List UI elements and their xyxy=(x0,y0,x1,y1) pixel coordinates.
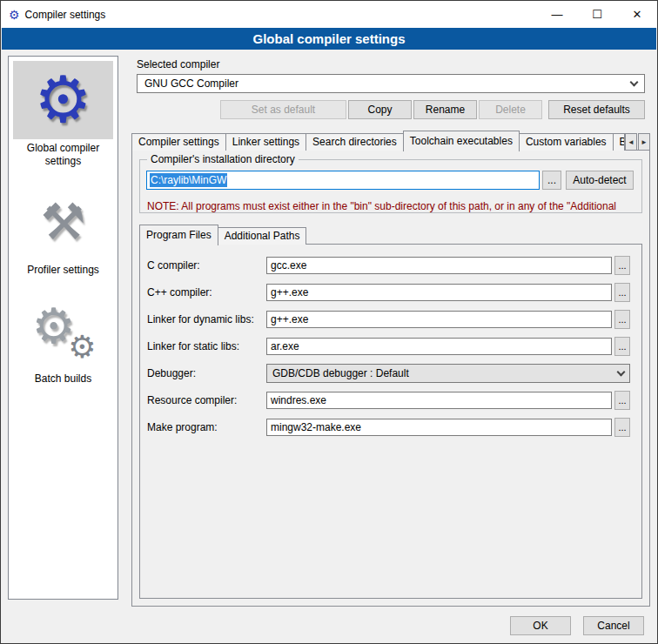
cpp-compiler-label: C++ compiler: xyxy=(147,286,266,299)
gears-icon: ⚙⚙ xyxy=(13,292,113,370)
sidebar-item-profiler-settings[interactable]: ⚒ Profiler settings xyxy=(9,183,118,287)
program-files-form: C compiler: gcc.exe ... C++ compiler: g+… xyxy=(140,245,641,437)
sidebar-item-batch-builds[interactable]: ⚙⚙ Batch builds xyxy=(9,292,118,396)
settings-category-sidebar: ⚙ Global compiler settings ⚒ Profiler se… xyxy=(8,56,118,600)
app-gear-icon: ⚙ xyxy=(9,9,20,21)
reset-defaults-button[interactable]: Reset defaults xyxy=(548,100,645,119)
tab-scroll-right-icon[interactable]: ► xyxy=(638,133,650,151)
resource-compiler-input[interactable]: windres.exe xyxy=(266,392,612,409)
tab-scrollers: ◄ ► xyxy=(624,133,650,151)
tab-search-directories[interactable]: Search directories xyxy=(306,133,404,151)
resource-compiler-browse-button[interactable]: ... xyxy=(614,391,630,410)
resource-compiler-row: Resource compiler: windres.exe ... xyxy=(147,391,630,410)
subtab-program-files[interactable]: Program Files xyxy=(139,225,218,245)
tab-build-clipped[interactable]: Build xyxy=(613,133,625,151)
gear-icon: ⚙ xyxy=(13,61,113,139)
installation-directory-input[interactable]: C:\raylib\MinGW xyxy=(146,171,540,190)
make-program-value: mingw32-make.exe xyxy=(271,421,361,433)
resource-compiler-value: windres.exe xyxy=(271,394,326,406)
ok-button[interactable]: OK xyxy=(510,616,571,635)
compiler-settings-window: { "colors": { "banner_bg": "#0a58a0", "s… xyxy=(0,0,658,644)
set-as-default-button[interactable]: Set as default xyxy=(220,100,346,119)
c-compiler-row: C compiler: gcc.exe ... xyxy=(147,256,630,275)
chevron-down-icon xyxy=(630,77,639,86)
sidebar-item-global-compiler-settings[interactable]: ⚙ Global compiler settings xyxy=(9,61,118,178)
c-compiler-value: gcc.exe xyxy=(271,259,306,272)
close-button[interactable]: ✕ xyxy=(617,1,657,28)
auto-detect-button[interactable]: Auto-detect xyxy=(566,171,634,190)
bin-subdirectory-note: NOTE: All programs must exist either in … xyxy=(147,200,640,212)
installation-directory-groupbox: Compiler's installation directory C:\ray… xyxy=(139,159,642,213)
delete-button[interactable]: Delete xyxy=(479,100,542,119)
linker-dynamic-value: g++.exe xyxy=(271,313,308,325)
tab-custom-variables[interactable]: Custom variables xyxy=(519,133,614,151)
cpp-compiler-row: C++ compiler: g++.exe ... xyxy=(147,283,630,302)
tab-compiler-settings[interactable]: Compiler settings xyxy=(131,133,226,151)
linker-dynamic-label: Linker for dynamic libs: xyxy=(147,313,266,325)
subtab-additional-paths[interactable]: Additional Paths xyxy=(218,227,307,245)
linker-dynamic-browse-button[interactable]: ... xyxy=(614,310,630,329)
cancel-button[interactable]: Cancel xyxy=(583,616,644,635)
installation-directory-value: C:\raylib\MinGW xyxy=(150,173,227,187)
titlebar[interactable]: ⚙ Compiler settings — ☐ ✕ xyxy=(1,1,657,28)
resource-compiler-label: Resource compiler: xyxy=(147,394,266,406)
copy-button[interactable]: Copy xyxy=(348,100,412,119)
cpp-compiler-value: g++.exe xyxy=(271,286,308,299)
main-tabstrip: Compiler settings Linker settings Search… xyxy=(131,130,650,151)
selected-compiler-value: GNU GCC Compiler xyxy=(144,77,631,90)
installation-directory-browse-button[interactable]: ... xyxy=(542,171,561,190)
tab-toolchain-executables[interactable]: Toolchain executables xyxy=(403,131,520,151)
selected-compiler-label: Selected compiler xyxy=(137,58,219,70)
debugger-label: Debugger: xyxy=(147,367,266,379)
c-compiler-browse-button[interactable]: ... xyxy=(614,256,630,275)
sidebar-item-label: Profiler settings xyxy=(9,263,118,287)
installation-directory-row: C:\raylib\MinGW ... Auto-detect xyxy=(146,171,635,190)
chevron-down-icon xyxy=(617,367,626,376)
make-program-label: Make program: xyxy=(147,421,266,433)
page-title: Global compiler settings xyxy=(2,28,656,50)
cpp-compiler-browse-button[interactable]: ... xyxy=(614,283,630,302)
toolchain-subtabstrip: Program Files Additional Paths xyxy=(139,225,642,245)
linker-static-row: Linker for static libs: ar.exe ... xyxy=(147,337,630,356)
installation-directory-legend: Compiler's installation directory xyxy=(147,153,299,165)
make-program-input[interactable]: mingw32-make.exe xyxy=(266,419,612,436)
rename-button[interactable]: Rename xyxy=(413,100,477,119)
window-title: Compiler settings xyxy=(25,9,106,21)
linker-dynamic-input[interactable]: g++.exe xyxy=(266,311,612,328)
make-program-browse-button[interactable]: ... xyxy=(614,418,630,437)
debugger-row: Debugger: GDB/CDB debugger : Default xyxy=(147,364,630,383)
linker-dynamic-row: Linker for dynamic libs: g++.exe ... xyxy=(147,310,630,329)
c-compiler-input[interactable]: gcc.exe xyxy=(266,257,612,274)
linker-static-input[interactable]: ar.exe xyxy=(266,338,612,355)
linker-static-label: Linker for static libs: xyxy=(147,340,266,352)
debugger-value: GDB/CDB debugger : Default xyxy=(272,367,618,379)
minimize-button[interactable]: — xyxy=(537,1,577,28)
maximize-button[interactable]: ☐ xyxy=(577,1,617,28)
profiler-tool-icon: ⚒ xyxy=(13,183,113,261)
sidebar-item-label: Batch builds xyxy=(9,372,118,396)
program-files-panel: C compiler: gcc.exe ... C++ compiler: g+… xyxy=(139,244,642,599)
linker-static-browse-button[interactable]: ... xyxy=(614,337,630,356)
sidebar-item-label: Global compiler settings xyxy=(9,141,118,178)
compiler-buttons-row: Set as default Copy Rename Delete Reset … xyxy=(137,100,645,119)
make-program-row: Make program: mingw32-make.exe ... xyxy=(147,418,630,437)
window-controls: — ☐ ✕ xyxy=(537,1,657,28)
selected-compiler-dropdown[interactable]: GNU GCC Compiler xyxy=(137,74,645,93)
debugger-dropdown[interactable]: GDB/CDB debugger : Default xyxy=(266,364,630,383)
toolchain-executables-panel: Compiler's installation directory C:\ray… xyxy=(131,150,650,607)
tab-linker-settings[interactable]: Linker settings xyxy=(225,133,306,151)
cpp-compiler-input[interactable]: g++.exe xyxy=(266,284,612,301)
linker-static-value: ar.exe xyxy=(271,340,299,352)
c-compiler-label: C compiler: xyxy=(147,259,266,272)
tab-scroll-left-icon[interactable]: ◄ xyxy=(625,133,637,151)
